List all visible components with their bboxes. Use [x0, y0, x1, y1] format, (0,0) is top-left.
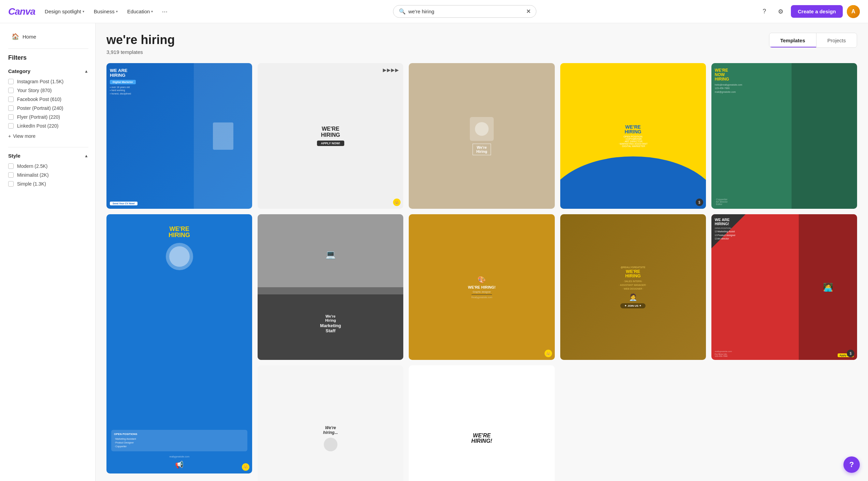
checkbox-modern[interactable]: [8, 163, 14, 169]
checkbox-minimalist[interactable]: [8, 172, 14, 178]
chevron-down-icon: ▾: [151, 10, 153, 13]
search-input[interactable]: [408, 9, 523, 14]
category-section-header[interactable]: Category ▲: [8, 68, 88, 74]
filters-title: Filters: [8, 54, 88, 61]
sidebar-home-link[interactable]: 🏠 Home: [8, 30, 88, 43]
nav-more-button[interactable]: ···: [158, 5, 171, 17]
nav-business[interactable]: Business ▾: [90, 6, 122, 16]
style-divider: [8, 147, 88, 147]
template-card[interactable]: We'reHiring: [409, 63, 554, 209]
main-layout: 🏠 Home Filters Category ▲ Instagram Post…: [0, 23, 868, 481]
template-grid: WE AREHIRING Digital Marketer • over 18 …: [106, 63, 857, 481]
filter-poster-portrait[interactable]: Poster (Portrait) (240): [8, 105, 88, 111]
nav-design-spotlight[interactable]: Design spotlight ▾: [41, 6, 88, 16]
tab-templates[interactable]: Templates: [769, 33, 816, 47]
checkbox-your-story[interactable]: [8, 88, 14, 93]
category-filter-section: Category ▲ Instagram Post (1.5K) Your St…: [8, 68, 88, 140]
template-card[interactable]: We'reNowHiring hello@reallygreatsite.com…: [711, 63, 857, 209]
template-card[interactable]: WE'REHIRING! 📣: [409, 365, 554, 481]
template-card[interactable]: We'reHiring MarketingStaff 💻: [258, 214, 403, 360]
home-icon: 🏠: [12, 33, 19, 40]
category-title: Category: [8, 68, 30, 74]
template-card[interactable]: @REALLYGREATSITE WE'REHIRING · SALES INT…: [560, 214, 706, 360]
help-icon-button[interactable]: ?: [758, 5, 770, 18]
filter-modern[interactable]: Modern (2.5K): [8, 163, 88, 169]
chevron-down-icon: ▾: [83, 10, 84, 13]
search-results-info: we're hiring 3,919 templates: [106, 33, 175, 55]
page-title: we're hiring: [106, 33, 175, 47]
header-actions: ? ⚙ Create a design A: [758, 5, 860, 18]
checkbox-instagram-post[interactable]: [8, 79, 14, 84]
template-card[interactable]: WE AREHIRING Digital Marketer • over 18 …: [106, 63, 252, 209]
nav-education[interactable]: Education ▾: [123, 6, 157, 16]
tab-projects[interactable]: Projects: [816, 33, 857, 47]
filter-minimalist[interactable]: Minimalist (2K): [8, 172, 88, 178]
chevron-down-icon: ▾: [116, 10, 118, 13]
header: Canva Design spotlight ▾ Business ▾ Educ…: [0, 0, 868, 23]
create-design-button[interactable]: Create a design: [791, 5, 843, 18]
template-card[interactable]: WE'REHIRING OPEN POSITION· COPYWRITER· A…: [560, 63, 706, 209]
logo[interactable]: Canva: [8, 6, 35, 17]
checkbox-linkedin-post[interactable]: [8, 123, 14, 129]
template-count: 3,919 templates: [106, 49, 175, 55]
template-card[interactable]: WE'REHIRING OPEN POSITIONS · Marketing A…: [106, 214, 252, 473]
template-card[interactable]: 🎨 We're hiring! Graphic designer Reallyg…: [409, 214, 554, 360]
settings-button[interactable]: ⚙: [775, 5, 787, 18]
style-title: Style: [8, 153, 20, 159]
filter-your-story[interactable]: Your Story (870): [8, 88, 88, 93]
style-section-header[interactable]: Style ▲: [8, 153, 88, 159]
chevron-up-icon-style: ▲: [84, 154, 88, 158]
template-card[interactable]: We'rehiring...: [258, 365, 403, 481]
sidebar: 🏠 Home Filters Category ▲ Instagram Post…: [0, 23, 96, 481]
search-bar: 🔍 ✕: [393, 5, 536, 18]
checkbox-flyer-portrait[interactable]: [8, 114, 14, 120]
style-filter-section: Style ▲ Modern (2.5K) Minimalist (2K) Si…: [8, 153, 88, 187]
avatar[interactable]: A: [847, 5, 860, 18]
sidebar-divider: [8, 48, 88, 49]
content-area: we're hiring 3,919 templates Templates P…: [96, 23, 868, 481]
chevron-up-icon: ▲: [84, 69, 88, 74]
search-icon: 🔍: [399, 8, 406, 15]
checkbox-poster-portrait[interactable]: [8, 105, 14, 111]
main-nav: Design spotlight ▾ Business ▾ Education …: [41, 5, 171, 17]
filter-linkedin-post[interactable]: LinkedIn Post (220): [8, 123, 88, 129]
view-more-category[interactable]: + View more: [8, 132, 88, 140]
template-card[interactable]: ▶▶▶▶ WE'REHIRING APPLY NOW! 👑: [258, 63, 403, 209]
sidebar-home-label: Home: [23, 34, 36, 40]
filter-facebook-post[interactable]: Facebook Post (610): [8, 97, 88, 102]
content-header: we're hiring 3,919 templates Templates P…: [106, 33, 857, 55]
checkbox-simple[interactable]: [8, 181, 14, 187]
filter-flyer-portrait[interactable]: Flyer (Portrait) (220): [8, 114, 88, 120]
filter-simple[interactable]: Simple (1.3K): [8, 181, 88, 187]
filter-instagram-post[interactable]: Instagram Post (1.5K): [8, 79, 88, 84]
template-card[interactable]: WE AREHIRING! OPEN POSITION: ☑ Marketing…: [711, 214, 857, 360]
checkbox-facebook-post[interactable]: [8, 97, 14, 102]
clear-icon[interactable]: ✕: [526, 8, 531, 15]
help-button[interactable]: ?: [843, 456, 860, 473]
header-search-container: 🔍 ✕: [176, 5, 753, 18]
tab-switcher: Templates Projects: [769, 33, 857, 48]
